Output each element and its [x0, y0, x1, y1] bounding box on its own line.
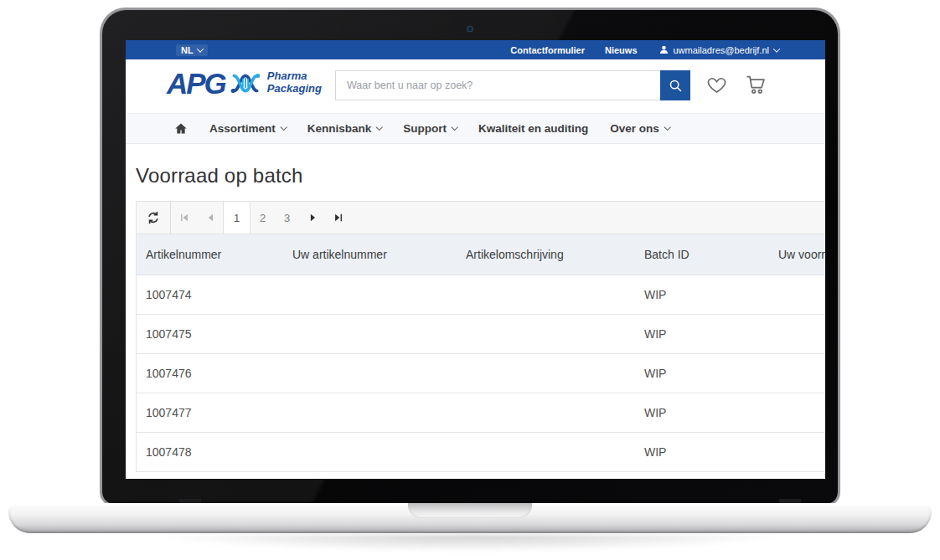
table-row[interactable]: 1007475 WIP: [137, 315, 825, 354]
table-pagination-toolbar: 1 2 3: [137, 201, 825, 234]
language-selector[interactable]: NL: [176, 44, 208, 56]
chevron-down-icon: [280, 123, 287, 130]
cell-artikelnummer: 1007477: [137, 406, 283, 419]
logo-tagline: Pharma Packaging: [267, 70, 322, 95]
logo-acronym: APG: [167, 69, 225, 98]
first-page-button[interactable]: [171, 202, 197, 234]
language-label: NL: [181, 45, 194, 55]
news-link[interactable]: Nieuws: [605, 45, 638, 55]
cell-artikelnummer: 1007476: [137, 367, 283, 380]
home-icon: [174, 122, 188, 135]
column-header-uw-artikelnummer[interactable]: Uw artikelnummer: [283, 248, 457, 261]
table-row[interactable]: 1007477 WIP: [137, 393, 825, 433]
laptop-bezel: NL Contactformulier Nieuws uwmailadres@b…: [102, 10, 838, 504]
webcam-dot: [467, 26, 473, 32]
dna-helix-icon: [229, 67, 262, 99]
page-number-2[interactable]: 2: [250, 202, 275, 234]
refresh-icon: [147, 211, 160, 224]
page-title: Voorraad op batch: [136, 164, 825, 188]
search-box: [335, 70, 690, 100]
search-icon: [668, 78, 683, 93]
column-header-artikelnummer[interactable]: Artikelnummer: [137, 248, 283, 261]
previous-page-button[interactable]: [197, 202, 223, 234]
chevron-down-icon: [773, 45, 780, 52]
heart-icon: [705, 74, 728, 95]
previous-page-icon: [205, 213, 215, 223]
top-utility-bar: NL Contactformulier Nieuws uwmailadres@b…: [126, 40, 825, 59]
nav-item-kennisbank[interactable]: Kennisbank: [307, 122, 382, 135]
site-header: APG Pharma Packaging: [126, 59, 825, 113]
search-button[interactable]: [660, 70, 690, 100]
account-menu[interactable]: uwmailadres@bedrijf.nl: [659, 45, 780, 55]
main-nav: Assortiment Kennisbank Support Kwaliteit…: [126, 113, 825, 144]
table-header-row: Artikelnummer Uw artikelnummer Artikelom…: [137, 234, 825, 275]
cell-artikelnummer: 1007478: [137, 445, 283, 459]
nav-item-kwaliteit[interactable]: Kwaliteit en auditing: [478, 122, 588, 135]
column-header-artikelomschrijving[interactable]: Artikelomschrijving: [457, 248, 635, 261]
next-page-button[interactable]: [299, 202, 325, 234]
account-email: uwmailadres@bedrijf.nl: [674, 45, 770, 55]
nav-item-over-ons[interactable]: Over ons: [610, 122, 669, 135]
page-content: Voorraad op batch: [126, 164, 825, 472]
nav-home[interactable]: [174, 122, 188, 135]
contact-link[interactable]: Contactformulier: [510, 45, 585, 55]
table-row[interactable]: 1007478 WIP: [137, 433, 825, 472]
table-row[interactable]: 1007474 WIP: [137, 275, 825, 315]
cell-batch-id: WIP: [635, 367, 769, 380]
chevron-down-icon: [196, 45, 203, 52]
nav-item-label: Over ons: [610, 122, 659, 135]
wishlist-button[interactable]: [705, 74, 728, 95]
browser-viewport: NL Contactformulier Nieuws uwmailadres@b…: [126, 40, 825, 479]
cell-batch-id: WIP: [635, 327, 769, 341]
cell-batch-id: WIP: [635, 288, 769, 301]
chevron-down-icon: [452, 123, 458, 130]
nav-item-label: Kennisbank: [307, 122, 372, 135]
cart-button[interactable]: [744, 74, 767, 95]
site-logo[interactable]: APG Pharma Packaging: [167, 67, 322, 99]
nav-item-assortiment[interactable]: Assortiment: [209, 122, 286, 135]
user-icon: [659, 45, 669, 54]
first-page-icon: [179, 213, 189, 223]
cell-artikelnummer: 1007474: [137, 288, 283, 301]
next-page-icon: [307, 213, 318, 223]
chevron-down-icon: [376, 123, 383, 130]
column-header-uw-voorraad[interactable]: Uw voorraad: [769, 248, 825, 261]
nav-item-label: Assortiment: [209, 122, 276, 135]
page-number-1[interactable]: 1: [223, 202, 250, 234]
refresh-button[interactable]: [137, 202, 170, 234]
last-page-icon: [333, 213, 343, 223]
table-row[interactable]: 1007476 WIP: [137, 354, 825, 393]
nav-item-label: Kwaliteit en auditing: [478, 122, 588, 135]
nav-item-support[interactable]: Support: [403, 122, 457, 135]
batch-stock-table: 1 2 3: [136, 201, 825, 472]
cell-batch-id: WIP: [635, 445, 769, 459]
column-header-batch-id[interactable]: Batch ID: [635, 248, 769, 261]
cell-batch-id: WIP: [635, 406, 769, 419]
last-page-button[interactable]: [325, 202, 351, 234]
cell-artikelnummer: 1007475: [137, 327, 283, 341]
laptop-mockup: NL Contactformulier Nieuws uwmailadres@b…: [0, 0, 940, 560]
page-number-3[interactable]: 3: [275, 202, 299, 234]
laptop-reflection: [50, 535, 890, 558]
nav-item-label: Support: [403, 122, 447, 135]
cart-icon: [744, 74, 767, 95]
chevron-down-icon: [664, 123, 670, 130]
logo-tagline-line2: Packaging: [267, 82, 322, 95]
logo-tagline-line1: Pharma: [267, 69, 307, 82]
search-input[interactable]: [335, 70, 660, 100]
laptop-lid-notch: [408, 503, 532, 518]
